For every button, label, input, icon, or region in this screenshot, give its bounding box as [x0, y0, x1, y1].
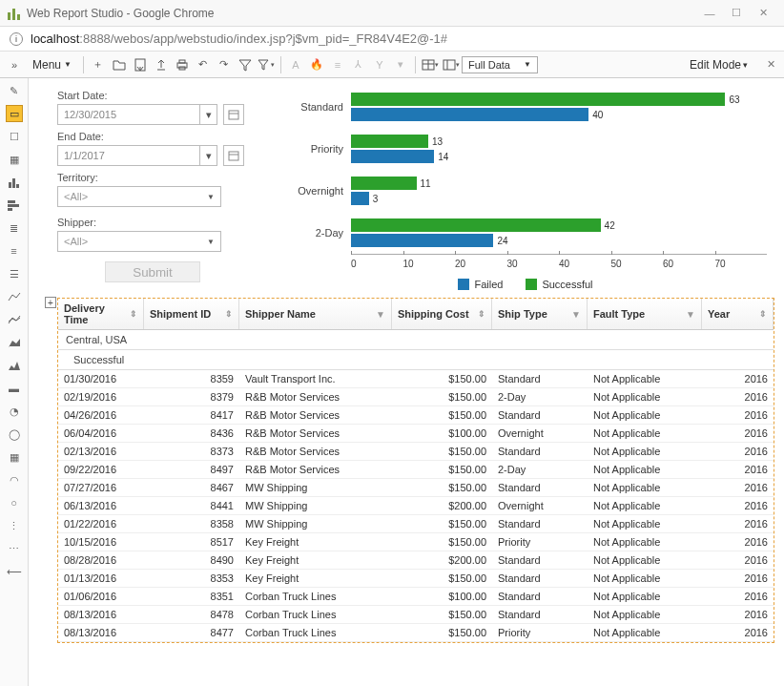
- chart-bar[interactable]: [351, 108, 588, 121]
- rail-peaks-icon[interactable]: [6, 357, 23, 374]
- rail-list2-icon[interactable]: ≡: [6, 242, 23, 260]
- group-territory[interactable]: Central, USA: [58, 330, 774, 350]
- start-date-input[interactable]: 12/30/2015: [57, 104, 200, 125]
- table-row[interactable]: 01/22/20168358MW Shipping$150.00Standard…: [58, 515, 774, 533]
- submit-button[interactable]: Submit: [105, 261, 200, 282]
- chart-bar-value: 14: [438, 152, 448, 162]
- table-layout-icon[interactable]: ▾: [421, 55, 440, 74]
- end-date-input[interactable]: 1/1/2017: [57, 145, 200, 166]
- chart-bar[interactable]: [351, 234, 493, 247]
- rail-grid-icon[interactable]: ▦: [6, 448, 23, 466]
- rail-table-icon[interactable]: ▦: [6, 151, 23, 168]
- legend-failed[interactable]: Failed: [458, 279, 503, 290]
- table-row[interactable]: 10/15/20168517Key Freight$150.00Priority…: [58, 533, 774, 551]
- cell-year: 2016: [702, 588, 774, 605]
- site-info-icon[interactable]: i: [10, 32, 23, 46]
- rail-pie-icon[interactable]: ◔: [6, 403, 23, 420]
- filter-icon[interactable]: [236, 55, 255, 74]
- rail-box-icon[interactable]: ☐: [6, 128, 23, 145]
- expand-table-icon[interactable]: +: [45, 297, 56, 308]
- expand-toolbar-icon[interactable]: »: [5, 55, 24, 74]
- chart-bar[interactable]: [351, 192, 369, 205]
- rail-line-icon[interactable]: [6, 288, 23, 305]
- table-row[interactable]: 06/04/20168436R&B Motor Services$100.00O…: [58, 425, 774, 443]
- open-icon[interactable]: [110, 55, 129, 74]
- table-row[interactable]: 08/13/20168478Corban Truck Lines$150.00S…: [58, 606, 774, 624]
- rail-multiline-icon[interactable]: [6, 311, 23, 328]
- rail-rect-icon[interactable]: ▭: [6, 105, 23, 122]
- close-window-button[interactable]: ✕: [750, 4, 776, 23]
- chart-bar[interactable]: [351, 218, 601, 232]
- cell-id: 8353: [144, 570, 239, 587]
- new-icon[interactable]: ＋: [89, 55, 108, 74]
- svg-rect-20: [229, 152, 238, 160]
- export-icon[interactable]: [152, 55, 171, 74]
- undo-icon[interactable]: ↶: [194, 55, 213, 74]
- chart-bar[interactable]: [351, 177, 417, 190]
- col-cost[interactable]: Shipping Cost⇕: [392, 299, 492, 329]
- rail-more1-icon[interactable]: ⋮: [6, 517, 23, 534]
- rail-gauge-icon[interactable]: ◠: [6, 471, 23, 489]
- cell-name: Corban Truck Lines: [239, 606, 392, 623]
- chart-bar[interactable]: [351, 93, 725, 106]
- table-row[interactable]: 06/13/20168441MW Shipping$200.00Overnigh…: [58, 497, 774, 515]
- rail-list1-icon[interactable]: ≣: [6, 219, 23, 237]
- rail-card-icon[interactable]: ▬: [6, 380, 23, 397]
- legend-successful[interactable]: Successful: [526, 279, 592, 290]
- rail-bars-icon[interactable]: [6, 174, 23, 191]
- col-fault[interactable]: Fault Type▼: [588, 299, 702, 329]
- rail-more2-icon[interactable]: ⋯: [6, 540, 23, 557]
- chart-bar[interactable]: [351, 150, 434, 163]
- start-date-caret[interactable]: ▾: [200, 104, 217, 125]
- rail-circle-icon[interactable]: ○: [6, 494, 23, 511]
- rail-donut-icon[interactable]: ◯: [6, 426, 23, 443]
- col-ship-type[interactable]: Ship Type▼: [492, 299, 588, 329]
- minimize-button[interactable]: —: [696, 4, 723, 23]
- table-row[interactable]: 02/13/20168373R&B Motor Services$150.00S…: [58, 443, 774, 461]
- rail-area-icon[interactable]: [6, 334, 23, 351]
- territory-dropdown[interactable]: <All>▼: [57, 186, 221, 207]
- table-row[interactable]: 08/28/20168490Key Freight$200.00Standard…: [58, 551, 774, 570]
- cell-date: 10/15/2016: [58, 533, 144, 551]
- rail-back-icon[interactable]: ⟵: [6, 563, 23, 580]
- table-row[interactable]: 08/13/20168477Corban Truck Lines$150.00P…: [58, 624, 774, 642]
- address-bar[interactable]: i localhost:8888/webos/app/webstudio/ind…: [0, 27, 784, 52]
- menu-button[interactable]: Menu▼: [25, 56, 79, 73]
- col-delivery[interactable]: Delivery Time⇕: [58, 299, 144, 329]
- cell-cost: $150.00: [392, 461, 492, 478]
- filter-dropdown-icon[interactable]: ▾: [257, 55, 276, 74]
- table-row[interactable]: 01/06/20168351Corban Truck Lines$100.00S…: [58, 588, 774, 606]
- maximize-button[interactable]: ☐: [723, 4, 750, 23]
- data-mode-dropdown[interactable]: Full Data▼: [462, 56, 538, 73]
- col-shipper[interactable]: Shipper Name▼: [239, 299, 392, 329]
- redo-icon[interactable]: ↷: [215, 55, 234, 74]
- cell-year: 2016: [702, 606, 774, 623]
- table-row[interactable]: 01/13/20168353Key Freight$150.00Standard…: [58, 570, 774, 588]
- chart-bar[interactable]: [351, 135, 428, 148]
- end-date-caret[interactable]: ▾: [200, 145, 217, 166]
- rail-hbars-icon[interactable]: [6, 197, 23, 214]
- group-status[interactable]: Successful: [58, 350, 774, 370]
- close-panel-icon[interactable]: ✕: [761, 58, 780, 71]
- table-row[interactable]: 02/19/20168379R&B Motor Services$150.002…: [58, 388, 774, 406]
- col-shipment-id[interactable]: Shipment ID⇕: [144, 299, 239, 329]
- table-row[interactable]: 09/22/20168497R&B Motor Services$150.002…: [58, 461, 774, 479]
- cell-type: Priority: [492, 624, 588, 641]
- save-icon[interactable]: [131, 55, 150, 74]
- panel-layout-icon[interactable]: ▾: [442, 55, 461, 74]
- branch-icon: Y: [370, 55, 389, 74]
- start-date-calendar-icon[interactable]: [223, 104, 244, 125]
- rail-list3-icon[interactable]: ☰: [6, 265, 23, 282]
- chart-bar-value: 42: [605, 220, 615, 231]
- shipper-dropdown[interactable]: <All>▼: [57, 231, 221, 252]
- print-icon[interactable]: [173, 55, 192, 74]
- cell-date: 09/22/2016: [58, 461, 144, 478]
- table-row[interactable]: 04/26/20168417R&B Motor Services$150.00S…: [58, 406, 774, 425]
- end-date-calendar-icon[interactable]: [223, 145, 244, 166]
- edit-mode-button[interactable]: Edit Mode▾: [682, 56, 755, 73]
- col-year[interactable]: Year⇕: [702, 299, 774, 329]
- bar-chart: Standard6340Priority1314Overnight1132-Da…: [277, 86, 774, 290]
- table-row[interactable]: 01/30/20168359Vault Transport Inc.$150.0…: [58, 370, 774, 388]
- table-row[interactable]: 07/27/20168467MW Shipping$150.00Standard…: [58, 479, 774, 497]
- rail-cursor-icon[interactable]: ✎: [6, 82, 23, 99]
